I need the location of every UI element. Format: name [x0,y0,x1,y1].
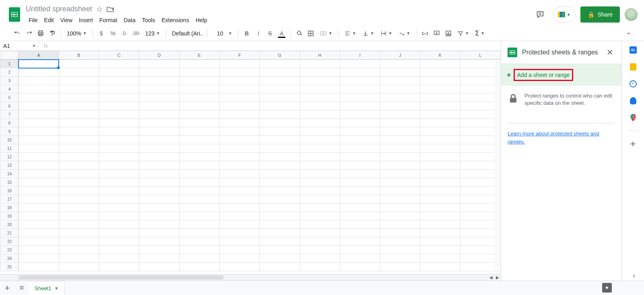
currency-button[interactable]: $ [96,28,107,39]
cell[interactable] [380,263,420,271]
cell[interactable] [260,254,300,263]
cell[interactable] [19,85,59,93]
cell[interactable] [300,77,340,85]
column-header[interactable]: B [59,51,99,60]
cell[interactable] [19,170,59,178]
cell[interactable] [139,68,180,77]
cell[interactable] [420,68,460,77]
tasks-icon[interactable] [629,80,637,88]
formula-input[interactable] [55,43,501,49]
cell[interactable] [380,110,420,119]
cell[interactable] [99,263,139,271]
cell[interactable] [260,119,300,127]
column-header[interactable]: F [219,51,260,60]
cell[interactable] [260,161,300,170]
cell[interactable] [59,136,99,144]
cell[interactable] [219,68,260,77]
cell[interactable] [219,204,260,212]
cell[interactable] [179,195,219,204]
menu-format[interactable]: Format [97,15,120,25]
font-size-dropdown[interactable]: 10▼ [211,28,235,39]
cell[interactable] [260,60,300,68]
cell[interactable] [59,77,99,85]
cell[interactable] [179,178,219,187]
cell[interactable] [300,144,340,153]
cell[interactable] [219,85,260,93]
cell[interactable] [19,127,59,136]
cell[interactable] [19,68,59,77]
cell[interactable] [19,119,59,127]
cell[interactable] [19,102,59,110]
cell[interactable] [260,229,300,237]
cell[interactable] [19,144,59,153]
cell[interactable] [300,93,340,102]
cell[interactable] [420,93,460,102]
cell[interactable] [179,237,219,246]
horizontal-align-button[interactable]: ▼ [342,28,359,39]
cell[interactable] [380,136,420,144]
cell[interactable] [300,212,340,220]
contacts-icon[interactable] [629,97,637,105]
name-box[interactable]: A1▼ [0,41,39,51]
column-header[interactable]: D [139,51,180,60]
cell[interactable] [340,102,380,110]
cell[interactable] [300,170,340,178]
cell[interactable] [420,127,460,136]
cell[interactable] [179,68,219,77]
meet-button[interactable]: ▼ [553,6,576,23]
cell[interactable] [260,102,300,110]
row-header[interactable]: 4 [0,85,19,93]
show-side-panel-button[interactable] [631,273,637,279]
cell[interactable] [19,246,59,254]
cell[interactable] [340,229,380,237]
cell[interactable] [19,187,59,195]
cell[interactable] [59,110,99,119]
close-icon[interactable]: ✕ [605,46,615,59]
cell[interactable] [420,237,460,246]
cell[interactable] [59,127,99,136]
cell[interactable] [380,212,420,220]
row-header[interactable]: 11 [0,144,19,153]
menu-file[interactable]: File [26,15,41,25]
cell[interactable] [340,127,380,136]
cell[interactable] [340,144,380,153]
column-header[interactable]: J [380,51,420,60]
cell[interactable] [59,237,99,246]
cell[interactable] [260,153,300,161]
cell[interactable] [300,229,340,237]
row-header[interactable]: 2 [0,68,19,77]
move-icon[interactable] [107,6,114,12]
cell[interactable] [179,212,219,220]
cell[interactable] [420,220,460,229]
row-header[interactable]: 16 [0,187,19,195]
cell[interactable] [300,153,340,161]
cell[interactable] [420,102,460,110]
cell[interactable] [300,127,340,136]
row-header[interactable]: 19 [0,212,19,220]
cell[interactable] [260,178,300,187]
sheet-tab-1[interactable]: Sheet1 ▼ [29,281,64,295]
row-header[interactable]: 8 [0,119,19,127]
cell[interactable] [340,110,380,119]
column-header[interactable]: C [99,51,139,60]
cell[interactable] [340,77,380,85]
cell[interactable] [260,93,300,102]
horizontal-scrollbar[interactable]: ◀▶ [0,274,501,280]
cell[interactable] [99,153,139,161]
cell[interactable] [179,246,219,254]
cell[interactable] [179,127,219,136]
cell[interactable] [300,195,340,204]
cell[interactable] [380,254,420,263]
cell[interactable] [260,237,300,246]
text-color-button[interactable]: A [277,28,287,39]
row-header[interactable]: 18 [0,204,19,212]
row-header[interactable]: 22 [0,237,19,246]
cell[interactable] [19,229,59,237]
calendar-icon[interactable]: 31 [629,46,637,54]
cell[interactable] [99,229,139,237]
cell[interactable] [19,195,59,204]
cell[interactable] [340,220,380,229]
cell[interactable] [59,229,99,237]
cell[interactable] [99,161,139,170]
cell[interactable] [99,127,139,136]
